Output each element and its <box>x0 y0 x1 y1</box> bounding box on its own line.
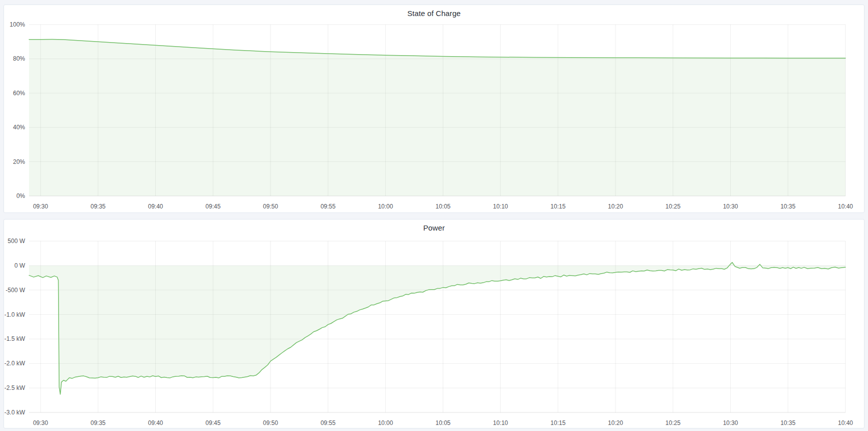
panel-power: Power 500 W0 W-500 W-1.0 kW-1.5 kW-2.0 k… <box>4 219 864 428</box>
svg-text:10:25: 10:25 <box>666 203 681 210</box>
svg-text:60%: 60% <box>13 90 25 97</box>
svg-text:10:00: 10:00 <box>378 419 393 426</box>
svg-text:-1.5 kW: -1.5 kW <box>5 335 26 342</box>
svg-text:10:20: 10:20 <box>608 419 623 426</box>
svg-text:10:25: 10:25 <box>666 419 681 426</box>
svg-text:10:40: 10:40 <box>838 419 853 426</box>
svg-text:500 W: 500 W <box>8 238 25 245</box>
svg-text:0 W: 0 W <box>15 262 26 269</box>
svg-text:20%: 20% <box>13 158 25 165</box>
svg-text:80%: 80% <box>13 55 25 62</box>
power-chart[interactable]: 500 W0 W-500 W-1.0 kW-1.5 kW-2.0 kW-2.5 … <box>4 220 864 428</box>
svg-text:09:35: 09:35 <box>91 419 106 426</box>
svg-text:10:05: 10:05 <box>435 419 450 426</box>
panel-title-power: Power <box>4 224 864 232</box>
svg-text:09:30: 09:30 <box>33 419 48 426</box>
svg-text:09:50: 09:50 <box>263 203 278 210</box>
svg-text:09:30: 09:30 <box>33 203 48 210</box>
svg-text:0%: 0% <box>17 192 26 199</box>
svg-text:09:40: 09:40 <box>148 203 163 210</box>
svg-text:09:55: 09:55 <box>321 203 336 210</box>
svg-text:10:10: 10:10 <box>493 419 508 426</box>
svg-text:10:00: 10:00 <box>378 203 393 210</box>
svg-text:-3.0 kW: -3.0 kW <box>5 409 26 416</box>
dashboard: State of Charge 0%20%40%60%80%100%09:300… <box>0 0 868 431</box>
svg-text:40%: 40% <box>13 124 25 131</box>
svg-text:10:05: 10:05 <box>435 203 450 210</box>
panel-title-state-of-charge: State of Charge <box>4 9 864 18</box>
svg-text:09:50: 09:50 <box>263 419 278 426</box>
svg-text:10:20: 10:20 <box>608 203 623 210</box>
svg-text:10:10: 10:10 <box>493 203 508 210</box>
svg-text:10:40: 10:40 <box>838 203 853 210</box>
svg-text:-2.5 kW: -2.5 kW <box>5 384 26 391</box>
svg-text:10:35: 10:35 <box>780 419 795 426</box>
svg-text:-500 W: -500 W <box>6 287 25 294</box>
state-of-charge-chart[interactable]: 0%20%40%60%80%100%09:3009:3509:4009:4509… <box>4 5 864 212</box>
svg-text:10:30: 10:30 <box>723 419 738 426</box>
svg-text:10:30: 10:30 <box>723 203 738 210</box>
svg-text:09:40: 09:40 <box>148 419 163 426</box>
svg-text:10:35: 10:35 <box>780 203 795 210</box>
svg-text:-2.0 kW: -2.0 kW <box>5 360 26 367</box>
svg-text:-1.0 kW: -1.0 kW <box>5 311 26 318</box>
svg-text:09:55: 09:55 <box>321 419 336 426</box>
svg-text:09:45: 09:45 <box>205 419 220 426</box>
panel-state-of-charge: State of Charge 0%20%40%60%80%100%09:300… <box>4 5 864 213</box>
svg-text:10:15: 10:15 <box>550 419 565 426</box>
svg-text:09:35: 09:35 <box>91 203 106 210</box>
svg-text:09:45: 09:45 <box>205 203 220 210</box>
svg-text:100%: 100% <box>10 21 25 28</box>
svg-text:10:15: 10:15 <box>550 203 565 210</box>
